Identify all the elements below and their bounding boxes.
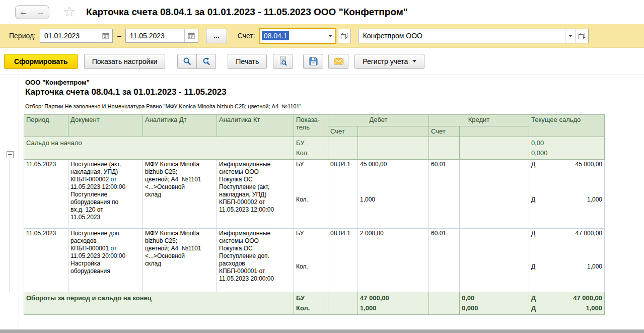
open-form-icon (341, 33, 347, 39)
period-cell[interactable]: 11.05.2023 (24, 160, 68, 229)
col-header-credit: Кредит (429, 115, 529, 126)
search-button[interactable] (177, 54, 197, 69)
indicator-cell[interactable]: БУ Кол. (294, 160, 328, 229)
debit-account-cell[interactable] (328, 292, 358, 315)
show-settings-button[interactable]: Показать настройки (84, 54, 166, 69)
grouping-gutter-line (19, 75, 19, 329)
opening-balance-label[interactable]: Сальдо на начало (24, 137, 294, 160)
date-to-value[interactable]: 11.05.2023 (126, 29, 184, 42)
credit-account-cell[interactable]: 60.01 (429, 229, 460, 292)
indicator-cell[interactable]: БУ Кол. (294, 292, 328, 315)
register-menu-button[interactable]: Регистр учета (354, 54, 424, 69)
credit-amount-cell[interactable] (460, 160, 529, 229)
register-menu-label: Регистр учета (363, 57, 408, 65)
chevron-down-icon (412, 60, 416, 62)
col-header-credit-amount (460, 126, 529, 137)
analytics-dt-cell[interactable]: МФУ Konica Minolta bizhub C25; цветной; … (143, 229, 217, 292)
col-header-credit-account: Счет (429, 126, 460, 137)
filter-bar: Период: 01.01.2023 – 11.05.2023 ... Счет… (0, 24, 644, 48)
search-refresh-icon (201, 57, 211, 66)
credit-account-cell[interactable] (429, 137, 460, 160)
document-cell[interactable]: Поступление (акт, накладная, УПД) КПБП-0… (68, 160, 143, 229)
analytics-kt-cell[interactable]: Информационные системы ООО Покупка ОС По… (217, 229, 294, 292)
generate-button[interactable]: Сформировать (4, 54, 78, 69)
document-cell[interactable]: Поступление доп. расходов КПБП-000001 от… (68, 229, 143, 292)
debit-account-cell[interactable]: 08.04.1 (328, 160, 358, 229)
date-range-separator: – (117, 32, 121, 40)
col-header-document: Документ (68, 115, 143, 137)
table-row: 11.05.2023 Поступление (акт, накладная, … (24, 160, 605, 229)
calendar-button[interactable] (184, 29, 198, 42)
totals-label[interactable]: Обороты за период и сальдо на конец (24, 292, 294, 315)
debit-amount-cell[interactable]: 2 000,00 (358, 229, 429, 292)
report-title: Карточка счета 08.04.1 за 01.01.2023 - 1… (25, 87, 227, 97)
chevron-down-icon (328, 35, 332, 37)
organization-dropdown-button[interactable] (565, 29, 576, 43)
debit-account-cell[interactable] (328, 137, 358, 160)
table-row: 11.05.2023 Поступление доп. расходов КПБ… (24, 229, 605, 292)
date-to-field[interactable]: 11.05.2023 (125, 29, 198, 43)
back-button[interactable]: ← (16, 6, 32, 19)
col-header-debit: Дебет (328, 115, 429, 126)
search-button-group (177, 54, 216, 69)
title-bar: ← → ☆ Карточка счета 08.04.1 за 01.01.20… (0, 0, 644, 24)
totals-row: Обороты за период и сальдо на конец БУ К… (24, 292, 605, 315)
indicator-cell[interactable]: БУ Кол. (294, 229, 328, 292)
page-title: Карточка счета 08.04.1 за 01.01.2023 - 1… (86, 7, 408, 18)
balance-cell[interactable]: Д45 000,00 Д1,000 (529, 160, 605, 229)
mail-button[interactable] (328, 54, 348, 69)
credit-amount-cell[interactable] (460, 229, 529, 292)
debit-account-cell[interactable]: 08.04.1 (328, 229, 358, 292)
calendar-button[interactable] (99, 29, 112, 42)
save-floppy-icon (309, 57, 318, 65)
credit-account-cell[interactable] (429, 292, 460, 315)
credit-account-cell[interactable]: 60.01 (429, 160, 460, 229)
debit-amount-cell[interactable]: 45 000,00 1,000 (358, 160, 429, 229)
favorite-star-icon[interactable]: ☆ (63, 6, 76, 19)
organization-value[interactable]: Конфетпром ООО (359, 29, 565, 43)
print-preview-button[interactable] (273, 54, 293, 69)
period-more-button[interactable]: ... (206, 29, 227, 43)
debit-amount-cell[interactable]: 47 000,00 1,000 (358, 292, 429, 315)
calendar-icon (102, 32, 109, 39)
debit-amount-cell[interactable] (358, 137, 429, 160)
account-field[interactable]: 08.04.1 (259, 28, 336, 44)
print-button[interactable]: Печать (228, 54, 267, 69)
chevron-down-icon (568, 35, 573, 37)
col-header-balance: Текущее сальдо (529, 115, 605, 137)
period-cell[interactable]: 11.05.2023 (24, 229, 68, 292)
search-icon (183, 57, 192, 66)
organization-field[interactable]: Конфетпром ООО (358, 29, 589, 43)
date-from-value[interactable]: 01.01.2023 (40, 29, 99, 42)
report-filter-line: Отбор: Партии Не заполнено И Номенклатур… (25, 103, 302, 109)
account-value-selected[interactable]: 08.04.1 (262, 31, 290, 40)
credit-amount-cell[interactable] (460, 137, 529, 160)
col-header-indicator: Показа- тель (294, 115, 328, 137)
account-card-table: Период Документ Аналитика Дт Аналитика К… (24, 114, 605, 315)
analytics-kt-cell[interactable]: Информационные системы ООО Покупка ОС По… (217, 160, 294, 229)
calendar-icon (188, 32, 195, 39)
date-from-field[interactable]: 01.01.2023 (40, 29, 113, 43)
account-open-button[interactable] (338, 29, 351, 43)
back-arrow-icon: ← (20, 7, 28, 17)
period-label: Период: (9, 32, 36, 40)
toolbar: Сформировать Показать настройки Печать Р… (0, 48, 644, 75)
indicator-cell[interactable]: БУ Кол. (294, 137, 328, 160)
account-dropdown-button[interactable] (325, 29, 335, 43)
col-header-analytics-dt: Аналитика Дт (143, 115, 217, 137)
balance-cell[interactable]: Д47 000,00 Д1,000 (529, 292, 605, 315)
forward-button[interactable]: → (32, 6, 49, 19)
credit-amount-cell[interactable]: 0,00 0,000 (460, 292, 529, 315)
collapse-group-button[interactable] (7, 151, 14, 158)
save-button[interactable] (303, 54, 323, 69)
analytics-dt-cell[interactable]: МФУ Konica Minolta bizhub C25; цветной; … (143, 160, 217, 229)
search-next-button[interactable] (196, 54, 216, 69)
col-header-period: Период (24, 115, 68, 137)
balance-cell[interactable]: 0,00 0,000 (529, 137, 605, 160)
organization-open-button[interactable] (576, 29, 588, 43)
account-label: Счет: (238, 32, 255, 40)
status-bar (0, 329, 644, 333)
balance-cell[interactable]: Д47 000,00 Д1,000 (529, 229, 605, 292)
col-header-analytics-kt: Аналитика Кт (217, 115, 294, 137)
nav-history-group: ← → (15, 5, 49, 19)
